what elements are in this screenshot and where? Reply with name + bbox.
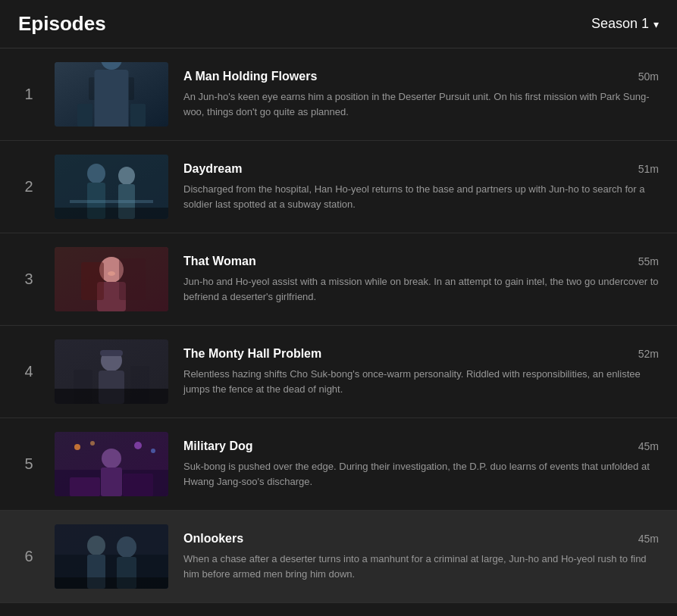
episode-description: An Jun-ho's keen eye earns him a positio…: [183, 89, 659, 119]
episode-thumbnail: [55, 524, 168, 589]
episode-thumbnail: [55, 339, 168, 404]
svg-rect-12: [55, 208, 168, 219]
episode-item[interactable]: 3 That Woman 55m Jun-ho and Ho-yeol assi…: [0, 233, 677, 326]
svg-rect-0: [55, 62, 168, 127]
episode-info: Daydream 51m Discharged from the hospita…: [183, 162, 659, 211]
svg-rect-18: [119, 258, 146, 300]
episode-description: Suk-bong is pushed over the edge. During…: [183, 459, 659, 489]
svg-point-30: [134, 442, 142, 449]
svg-point-1: [101, 72, 122, 95]
episode-duration: 51m: [638, 163, 659, 175]
episode-item[interactable]: 5 Military Dog 45m Suk-bong is pushed ov…: [0, 418, 677, 511]
episode-title: Daydream: [183, 162, 242, 176]
episode-number: 6: [18, 548, 39, 565]
episode-title-row: The Monty Hall Problem 52m: [183, 347, 659, 361]
svg-rect-44: [55, 577, 168, 589]
svg-point-19: [108, 271, 115, 276]
episode-item[interactable]: 1 A Man Holding Flowers 50m An Jun-ho's …: [0, 48, 677, 141]
episode-duration: 52m: [638, 348, 659, 360]
page-title: Episodes: [18, 12, 106, 36]
episode-description: Discharged from the hospital, Han Ho-yeo…: [183, 182, 659, 211]
episode-title: A Man Holding Flowers: [183, 70, 317, 83]
svg-point-31: [151, 449, 155, 453]
svg-rect-34: [101, 467, 122, 496]
episode-title-row: That Woman 55m: [183, 255, 659, 268]
svg-point-28: [74, 444, 80, 450]
svg-point-33: [102, 449, 121, 468]
svg-rect-22: [100, 350, 123, 356]
episode-item[interactable]: 4 The Monty Hall Problem 52m Relentless …: [0, 326, 677, 418]
episode-item[interactable]: 6 Onlookers 45m When a chase after a des…: [0, 511, 677, 603]
episode-thumbnail: [55, 432, 168, 496]
episode-title-row: Onlookers 45m: [183, 532, 659, 546]
episode-info: Military Dog 45m Suk-bong is pushed over…: [183, 439, 659, 489]
svg-rect-13: [70, 200, 153, 203]
svg-rect-26: [55, 389, 168, 404]
episode-thumbnail: [55, 62, 168, 127]
svg-rect-2: [99, 94, 124, 127]
episode-description: Relentless hazing shifts Cho Suk-bong's …: [183, 367, 659, 396]
episode-thumbnail: [55, 247, 168, 311]
episode-thumbnail: [55, 155, 168, 219]
svg-point-10: [118, 167, 135, 185]
episode-title-row: A Man Holding Flowers 50m: [183, 70, 659, 83]
episode-description: When a chase after a deserter turns into…: [183, 552, 659, 581]
episode-number: 3: [18, 270, 39, 288]
episode-number: 4: [18, 363, 39, 380]
episode-info: Onlookers 45m When a chase after a deser…: [183, 532, 659, 581]
svg-rect-4: [77, 104, 92, 127]
svg-point-8: [87, 164, 105, 183]
header: Episodes Season 1: [0, 0, 677, 48]
episode-title-row: Military Dog 45m: [183, 439, 659, 453]
episode-title: That Woman: [183, 255, 256, 268]
episode-number: 2: [18, 178, 39, 195]
season-selector[interactable]: Season 1: [591, 16, 659, 32]
svg-point-29: [90, 441, 95, 446]
episode-number: 1: [18, 86, 39, 103]
svg-rect-35: [70, 477, 100, 496]
svg-rect-5: [130, 104, 146, 127]
episode-title: Military Dog: [183, 439, 253, 453]
episode-title: The Monty Hall Problem: [183, 347, 321, 361]
episode-description: Jun-ho and Ho-yeol assist with a mission…: [183, 274, 659, 304]
episode-item[interactable]: 2 Daydream 51m Discharged from the hospi…: [0, 141, 677, 233]
episode-info: The Monty Hall Problem 52m Relentless ha…: [183, 347, 659, 396]
episode-number: 5: [18, 455, 39, 473]
episode-duration: 55m: [638, 255, 659, 267]
svg-rect-36: [123, 474, 153, 496]
episode-duration: 45m: [638, 440, 659, 452]
episode-info: That Woman 55m Jun-ho and Ho-yeol assist…: [183, 255, 659, 304]
episode-duration: 45m: [638, 533, 659, 545]
episode-info: A Man Holding Flowers 50m An Jun-ho's ke…: [183, 70, 659, 119]
episodes-list: 1 A Man Holding Flowers 50m An Jun-ho's …: [0, 48, 677, 603]
page-container: Episodes Season 1 1 A Man Holding Flower…: [0, 0, 677, 603]
svg-rect-17: [81, 262, 104, 300]
episode-duration: 50m: [638, 70, 659, 83]
episode-title-row: Daydream 51m: [183, 162, 659, 176]
episode-title: Onlookers: [183, 532, 243, 546]
svg-rect-3: [89, 77, 134, 100]
